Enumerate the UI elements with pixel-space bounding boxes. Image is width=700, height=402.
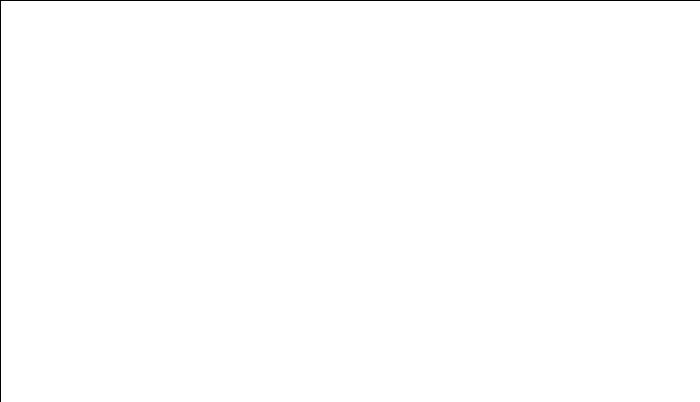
time-axis[interactable] [1,381,657,402]
mt4-chart-window [0,0,700,402]
price-axis[interactable] [656,1,700,381]
candlestick-chart-canvas[interactable] [1,1,700,402]
